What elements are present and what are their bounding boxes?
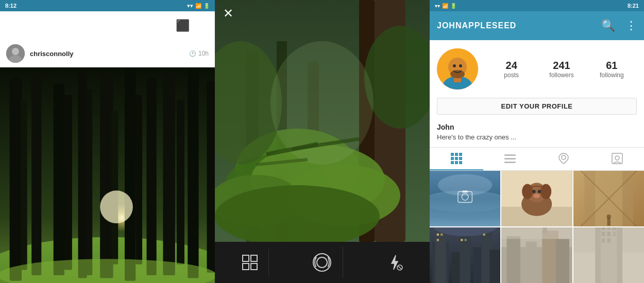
feed-status-time: 8:12 xyxy=(5,3,16,9)
profile-status-bar: ▾▾ 📶 🔋 8:21 xyxy=(430,0,644,11)
followers-count: 241 xyxy=(536,60,586,72)
svg-rect-65 xyxy=(459,157,462,160)
grid-photo-1[interactable] xyxy=(430,171,500,226)
profile-status-icons: ▾▾ 📶 🔋 xyxy=(435,3,456,9)
refresh-icon[interactable]: ↻ xyxy=(199,20,208,32)
avatar xyxy=(6,44,25,63)
svg-point-58 xyxy=(453,64,456,67)
followers-label: followers xyxy=(536,72,586,79)
camera-viewfinder xyxy=(215,0,430,242)
grid-photo-3[interactable] xyxy=(573,171,644,226)
profile-navbar: JOHNAPPLESEED 🔍 ⋮ xyxy=(430,11,644,40)
search-icon[interactable]: 🔍 xyxy=(601,19,615,32)
camera-panel: ✕ xyxy=(215,0,430,283)
tab-list[interactable] xyxy=(483,148,537,170)
profile-nav-icons: 🔍 ⋮ xyxy=(601,19,637,32)
svg-rect-64 xyxy=(455,157,458,160)
post-username[interactable]: chrisconnolly xyxy=(30,50,189,58)
svg-rect-112 xyxy=(465,239,467,241)
camera-toolbar xyxy=(215,242,430,283)
svg-rect-61 xyxy=(455,153,458,156)
svg-rect-16 xyxy=(21,100,27,270)
svg-rect-104 xyxy=(460,236,470,283)
profile-photo-grid xyxy=(430,171,644,283)
svg-rect-14 xyxy=(188,70,198,278)
svg-rect-132 xyxy=(607,232,610,236)
followers-stat: 241 followers xyxy=(536,60,586,79)
svg-point-47 xyxy=(313,254,331,271)
svg-point-48 xyxy=(317,257,327,268)
svg-rect-18 xyxy=(87,90,93,276)
svg-rect-66 xyxy=(451,161,454,164)
svg-rect-46 xyxy=(251,263,257,270)
svg-point-59 xyxy=(459,64,462,67)
svg-rect-44 xyxy=(251,255,257,261)
grid-photo-2[interactable] xyxy=(501,171,572,226)
svg-rect-69 xyxy=(504,154,516,156)
svg-rect-108 xyxy=(437,234,439,236)
profile-avatar xyxy=(437,48,478,90)
wifi-icon: ▾▾ xyxy=(187,3,193,9)
post-image xyxy=(0,67,215,283)
profile-username: JOHNAPPLESEED xyxy=(437,21,516,30)
feed-status-bar: 8:12 ▾▾ 📶 🔋 xyxy=(0,0,215,11)
feed-status-icons: ▾▾ 📶 🔋 xyxy=(187,3,210,9)
svg-rect-128 xyxy=(602,227,605,229)
svg-rect-13 xyxy=(163,73,175,275)
profile-bio: John Here's to the crazy ones ... xyxy=(430,121,644,147)
menu-icon[interactable]: ⋮ xyxy=(625,19,637,32)
svg-rect-102 xyxy=(435,231,446,283)
svg-rect-120 xyxy=(556,239,569,283)
svg-rect-133 xyxy=(613,232,616,236)
profile-stats: 24 posts 241 followers 61 following xyxy=(486,60,637,79)
svg-rect-8 xyxy=(54,84,64,275)
close-button[interactable]: ✕ xyxy=(223,7,233,20)
svg-rect-118 xyxy=(526,242,537,283)
svg-rect-98 xyxy=(607,218,610,226)
svg-rect-123 xyxy=(501,227,572,239)
flash-button[interactable] xyxy=(376,249,413,276)
svg-point-88 xyxy=(533,190,536,193)
signal-icon: 📶 xyxy=(442,3,448,9)
svg-rect-45 xyxy=(243,263,249,270)
svg-rect-117 xyxy=(507,236,520,283)
svg-point-77 xyxy=(430,204,500,221)
grid-photo-6[interactable] xyxy=(573,227,644,283)
svg-rect-130 xyxy=(613,227,616,229)
svg-rect-63 xyxy=(451,157,454,160)
svg-point-99 xyxy=(606,215,611,219)
svg-point-57 xyxy=(450,70,465,78)
svg-rect-71 xyxy=(504,162,516,163)
wifi-icon: ▾▾ xyxy=(435,3,440,9)
signal-icon: 📶 xyxy=(195,3,201,9)
svg-rect-6 xyxy=(10,78,22,280)
post-header: chrisconnolly 🕐 10h xyxy=(0,40,215,67)
svg-rect-60 xyxy=(451,153,454,156)
svg-rect-131 xyxy=(602,232,605,236)
grid-photo-4[interactable] xyxy=(430,227,500,283)
avatar-image xyxy=(6,44,25,63)
instagram-logo: Instagram xyxy=(7,18,69,34)
svg-point-89 xyxy=(538,190,541,193)
battery-icon: 🔋 xyxy=(204,3,210,9)
gallery-button[interactable] xyxy=(231,249,269,276)
inbox-icon[interactable]: ⬛ xyxy=(176,19,190,32)
svg-point-22 xyxy=(100,190,133,223)
tab-grid[interactable] xyxy=(430,148,483,170)
posts-stat: 24 posts xyxy=(486,60,536,79)
bio-name: John xyxy=(437,123,637,131)
grid-photo-5[interactable] xyxy=(501,227,572,283)
svg-rect-7 xyxy=(31,73,41,275)
following-count: 61 xyxy=(587,60,637,72)
svg-rect-67 xyxy=(455,161,458,164)
shutter-button[interactable] xyxy=(301,247,343,278)
svg-rect-129 xyxy=(607,227,610,229)
svg-rect-62 xyxy=(459,153,462,156)
svg-point-87 xyxy=(540,184,551,199)
posts-label: posts xyxy=(486,72,536,79)
tab-tagged[interactable] xyxy=(590,148,644,170)
tab-location[interactable] xyxy=(537,148,590,170)
profile-tabs xyxy=(430,147,644,171)
edit-profile-button[interactable]: EDIT YOUR PROFILE xyxy=(437,98,637,115)
feed-panel: 8:12 ▾▾ 📶 🔋 Instagram ⬛ ↻ chrisconnolly xyxy=(0,0,215,283)
